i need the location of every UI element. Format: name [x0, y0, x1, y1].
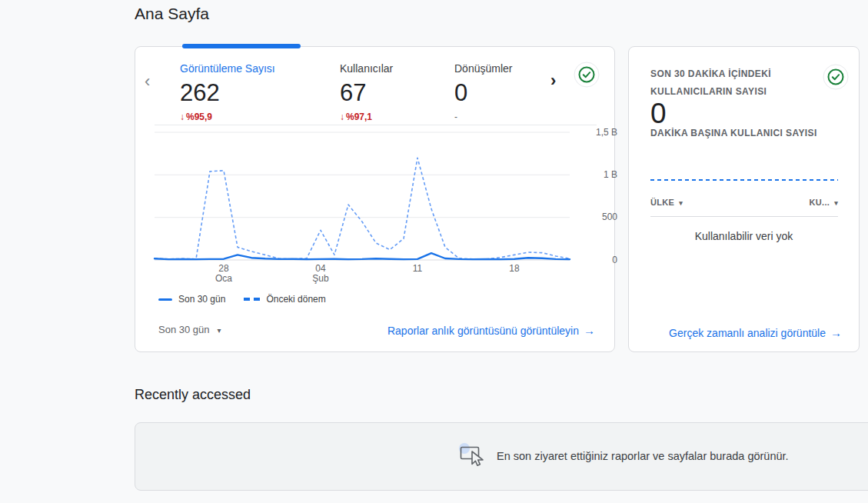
divider	[155, 125, 597, 125]
data-quality-check-icon[interactable]	[574, 62, 600, 88]
users-column-header[interactable]: KU...▾	[810, 198, 838, 207]
date-range-dropdown[interactable]: Son 30 gün▾	[158, 324, 221, 335]
arrow-right-icon: →	[830, 326, 842, 339]
metric-views[interactable]: Görüntüleme Sayısı 262 ↓%95,9	[180, 62, 318, 122]
y-axis-tick: 1 B	[593, 169, 617, 180]
metric-conversions[interactable]: Dönüşümler 0 -	[454, 62, 593, 122]
view-realtime-link[interactable]: Gerçek zamanlı analizi görüntüle→	[669, 326, 842, 339]
metric-label: Dönüşümler	[454, 62, 593, 75]
no-data-message: Kullanılabilir veri yok	[629, 230, 859, 242]
recently-accessed-empty-state: En son ziyaret ettiğiniz raporlar ve say…	[458, 441, 789, 471]
y-axis-tick: 1,5 B	[593, 127, 617, 138]
x-axis-tick: 18	[497, 264, 531, 274]
chevron-down-icon: ▾	[834, 199, 838, 207]
y-axis-tick: 0	[593, 255, 617, 265]
dashed-line-swatch	[244, 298, 260, 301]
delta-value: %97,1	[346, 112, 372, 122]
legend-previous-label: Önceki dönem	[266, 294, 325, 305]
x-axis-tick: 04Şub	[304, 264, 338, 284]
y-axis-tick: 500	[593, 212, 617, 222]
x-axis-tick: 28Oca	[207, 264, 241, 284]
users-per-minute-sparkline	[650, 179, 838, 181]
recently-accessed-title: Recently accessed	[135, 387, 251, 403]
chevron-down-icon: ▾	[679, 199, 683, 207]
page-title: Ana Sayfa	[135, 5, 209, 23]
overview-chart-svg	[155, 128, 570, 266]
metric-value: 0	[454, 79, 593, 107]
recently-accessed-banner: En son ziyaret ettiğiniz raporlar ve say…	[135, 422, 868, 491]
delta-value: -	[454, 112, 457, 122]
arrow-right-icon: →	[584, 324, 595, 337]
chart-legend: Son 30 gün Önceki dönem	[158, 294, 326, 305]
metric-delta: ↓%95,9	[180, 112, 318, 122]
previous-period-line	[155, 158, 570, 259]
overview-card: ‹ › Görüntüleme Sayısı 262 ↓%95,9 Kullan…	[135, 46, 615, 352]
analytics-home-page: { "page": { "title": "Ana Sayfa", "recen…	[0, 0, 868, 503]
chevron-left-icon[interactable]: ‹	[145, 73, 150, 90]
overview-chart[interactable]	[155, 128, 570, 266]
overview-card-footer: Son 30 gün▾ Raporlar anlık görüntüsünü g…	[135, 322, 614, 341]
x-axis-tick: 11	[401, 264, 434, 274]
data-quality-check-icon[interactable]	[823, 64, 849, 90]
down-arrow-icon: ↓	[180, 112, 185, 122]
realtime-table-headers: ÜLKE▾ KU...▾	[650, 198, 838, 207]
divider	[650, 216, 838, 217]
cursor-icon	[458, 441, 487, 471]
realtime-card-subtitle: DAKİKA BAŞINA KULLANICI SAYISI	[650, 128, 850, 138]
recently-accessed-empty-text: En son ziyaret ettiğiniz raporlar ve say…	[497, 450, 789, 462]
metric-label: Görüntüleme Sayısı	[180, 62, 318, 75]
realtime-users-value: 0	[650, 98, 667, 130]
selected-metric-indicator	[182, 44, 301, 48]
metric-value: 262	[180, 79, 318, 107]
realtime-card: SON 30 DAKİKA İÇİNDEKİ KULLANICILARIN SA…	[628, 46, 860, 352]
solid-line-swatch	[158, 298, 172, 301]
reports-snapshot-link[interactable]: Raporlar anlık görüntüsünü görüntüleyin→	[387, 324, 595, 337]
chevron-down-icon: ▾	[218, 326, 221, 335]
legend-current-label: Son 30 gün	[178, 294, 225, 305]
down-arrow-icon: ↓	[340, 112, 344, 122]
realtime-card-title: SON 30 DAKİKA İÇİNDEKİ KULLANICILARIN SA…	[650, 65, 804, 101]
metric-delta: -	[454, 112, 593, 122]
country-column-header[interactable]: ÜLKE▾	[650, 198, 683, 207]
delta-value: %95,9	[186, 112, 212, 122]
